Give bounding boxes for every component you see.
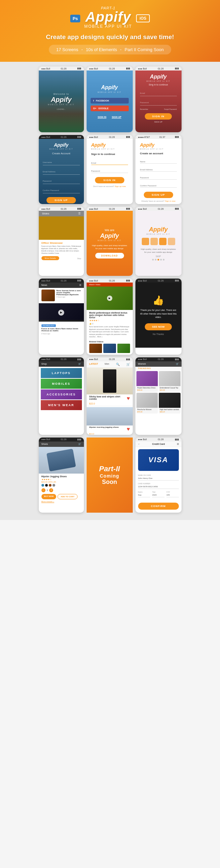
sign-in-link[interactable]: SIGN IN — [98, 116, 106, 118]
promo-title: Appify — [149, 226, 168, 233]
women-product-grid: Purple Sleeveless Dress $49.00 Embroider… — [135, 370, 182, 414]
thumbs-up-icon: 👍 — [153, 295, 164, 306]
email-input[interactable] — [91, 161, 128, 165]
username-field[interactable]: Username — [43, 158, 80, 165]
skip-button[interactable]: SKIP — [156, 255, 161, 257]
expiry-label: Expiry — [138, 491, 150, 493]
facebook-icon: f — [93, 99, 94, 102]
trending-label: TRENDING — [135, 367, 182, 370]
see-now-button[interactable]: SEE NOW — [145, 323, 172, 330]
email-field[interactable]: Email — [140, 89, 177, 96]
password-input[interactable] — [91, 169, 128, 173]
wishlist-icon-2[interactable]: ♥ — [127, 426, 130, 432]
shop-cart-icon[interactable]: 🛒 — [78, 363, 81, 365]
cvv-input[interactable]: 345 — [166, 493, 179, 497]
signup-button[interactable]: SIGN UP — [47, 197, 76, 204]
signin2-button[interactable]: SIGN IN — [95, 177, 125, 183]
add-to-cart-button[interactable]: ADD TO CART — [57, 494, 77, 499]
women-product-4[interactable]: High heel fashion sandals $39.24 — [159, 393, 181, 413]
related-thumb-1[interactable] — [89, 344, 102, 353]
video-play-icon[interactable]: ▶ — [107, 296, 112, 301]
confirm-button[interactable]: CONFIRM — [138, 503, 179, 509]
google-label: GOOGLE — [98, 107, 109, 110]
kit-label: MOBILE APP UI KIT — [84, 24, 132, 29]
menu-icon[interactable]: ☰ — [78, 212, 81, 215]
feature-2: 10s of Elements — [86, 47, 117, 52]
article1-time: 3 hours ago — [56, 296, 81, 298]
screens-section: ●●● Bull01:26▮▮▮ Welcome to Appify MOBIL… — [0, 62, 220, 520]
password-field[interactable]: Password — [43, 176, 80, 184]
signup-now-link[interactable]: Sign up now — [115, 185, 126, 187]
men-tab[interactable]: Men — [105, 363, 109, 366]
screen-splash: ●●● Bull01:26▮▮▮ Welcome to Appify MOBIL… — [39, 66, 84, 132]
related-thumb-2[interactable] — [103, 344, 116, 353]
name-label: NAME ON CARD — [138, 474, 179, 476]
swatch-blue[interactable] — [42, 484, 44, 487]
women-product-3[interactable]: Poncho for Women $44.00 — [136, 393, 158, 413]
password-field[interactable]: Password — [140, 98, 177, 105]
sign-in-button[interactable]: SIGN IN — [145, 113, 172, 120]
accessories-category[interactable]: ACCESSORIES — [41, 390, 82, 399]
cart-icon[interactable]: 🛒 — [127, 363, 130, 366]
women-product-1[interactable]: Purple Sleeveless Dress $49.00 — [136, 371, 158, 392]
swatch-brown[interactable] — [49, 484, 52, 487]
shoes-product-image — [87, 407, 133, 426]
news-title: News — [42, 284, 48, 286]
row-6: ●●● Bull01:26▮▮▮ Shoes 🛒 Hipster Jogging… — [3, 437, 217, 513]
wishlist-icon[interactable]: ♥ — [127, 396, 130, 401]
confirm-field[interactable]: Confirm Password — [43, 186, 80, 193]
swatch-black[interactable] — [45, 484, 48, 487]
news-menu-icon[interactable]: ☰ — [79, 284, 81, 286]
more-details-button[interactable]: More Details — [42, 256, 59, 260]
video-thumbnail[interactable]: ▶ — [87, 286, 133, 310]
video-title: Morbi pellentesque eleifend lectus quis … — [89, 312, 130, 319]
qty-minus-button[interactable]: − — [42, 488, 46, 492]
sign-up-link-bottom[interactable]: SIGN UP — [154, 121, 163, 123]
shoes-cart-icon[interactable]: 🛒 — [78, 443, 81, 445]
download-button[interactable]: DOWNLOAD — [95, 253, 124, 258]
article2-time: 3 hours ago — [39, 333, 84, 335]
menu-icon-cc[interactable]: ☰ — [177, 443, 179, 445]
buy-now-button[interactable]: BUY NOW — [42, 494, 56, 499]
color-swatches — [42, 484, 81, 487]
cardholder-name-input[interactable]: John Henry Doe — [138, 476, 179, 480]
skip-link[interactable]: Skip — [77, 257, 81, 259]
play-icon[interactable]: ▶ — [58, 310, 64, 316]
like-message: Thank you for your Like. There are 45 ot… — [140, 309, 177, 319]
email-field[interactable]: Email Address — [43, 167, 80, 175]
signin-kit: MOBILE APP UI KIT — [146, 80, 170, 82]
product2-title: Hipster morning jogging shoes — [89, 426, 119, 432]
women-cart-icon[interactable]: 🛒 — [176, 363, 179, 365]
women-product-2[interactable]: Embroidered Casual Top $44.00 — [159, 371, 181, 392]
email-input[interactable] — [140, 168, 177, 172]
password-input[interactable] — [140, 176, 177, 180]
related-thumb-3[interactable] — [117, 344, 130, 353]
menswear-category[interactable]: MEN'S WEAR — [41, 400, 82, 410]
card-number-input[interactable]: 1234-5678-9012-3456 — [138, 485, 179, 489]
forgot-link[interactable]: Forgot Password — [164, 108, 177, 110]
expiry-month-input[interactable]: Sep — [138, 493, 150, 497]
laptops-category[interactable]: LAPTOPS — [41, 368, 82, 378]
back-button[interactable]: ← — [138, 443, 140, 445]
search-icon[interactable]: 🔍 — [116, 363, 120, 366]
expiry-year-input[interactable]: 2020 — [152, 493, 165, 497]
sign-up-link[interactable]: SIGN UP — [112, 116, 121, 118]
signup2-button[interactable]: SIGN UP — [144, 192, 173, 198]
more-details-link[interactable]: More Details » — [42, 501, 81, 503]
latest-tab[interactable]: LATEST — [89, 363, 98, 366]
facebook-button[interactable]: f FACEBOOK — [91, 98, 129, 103]
confirm-input[interactable] — [140, 184, 177, 188]
signin-title: Appify — [150, 74, 167, 80]
swatch-gray[interactable] — [53, 484, 55, 487]
mobiles-category[interactable]: MOBILES — [41, 379, 82, 389]
row-5: ●●● Bull01:26▮▮▮ Shop 🛒 LAPTOPS MOBILES … — [3, 358, 217, 435]
news-item-1[interactable]: Nunc laoreet lorem a sem auctor tingiill… — [39, 288, 84, 303]
no-thanks-link[interactable]: No Thanks — [153, 333, 164, 335]
qty-plus-button[interactable]: + — [49, 488, 53, 492]
name-input[interactable] — [140, 160, 177, 164]
google-button[interactable]: G+ GOOGLE — [91, 105, 129, 111]
row-4: ●●● Bull01:26▮▮▮ News ☰ Nunc laoreet lor… — [3, 279, 217, 355]
facebook-label: FACEBOOK — [96, 99, 109, 102]
news-video-thumb[interactable]: ▶ — [39, 303, 84, 321]
signin-now-link[interactable]: Sign in now — [165, 200, 175, 202]
